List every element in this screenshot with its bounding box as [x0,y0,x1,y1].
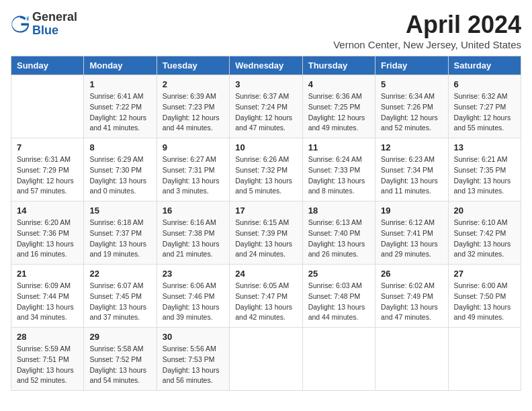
day-info: Sunrise: 6:24 AM Sunset: 7:33 PM Dayligh… [308,154,369,197]
day-number: 26 [381,269,442,279]
day-number: 20 [454,205,515,216]
location-title: Vernon Center, New Jersey, United States [333,39,521,50]
column-header-monday: Monday [84,56,157,75]
logo-text: General Blue [32,11,77,38]
week-row-5: 28Sunrise: 5:59 AM Sunset: 7:51 PM Dayli… [11,328,521,391]
day-info: Sunrise: 5:58 AM Sunset: 7:52 PM Dayligh… [89,344,150,386]
day-info: Sunrise: 6:05 AM Sunset: 7:47 PM Dayligh… [235,281,296,323]
day-info: Sunrise: 5:56 AM Sunset: 7:53 PM Dayligh… [163,344,224,386]
title-block: April 2024 Vernon Center, New Jersey, Un… [333,11,521,50]
day-number: 27 [454,269,515,279]
day-info: Sunrise: 6:12 AM Sunset: 7:41 PM Dayligh… [381,218,442,260]
day-cell: 8Sunrise: 6:29 AM Sunset: 7:30 PM Daylig… [84,138,157,201]
day-info: Sunrise: 6:09 AM Sunset: 7:44 PM Dayligh… [17,281,78,323]
day-cell: 18Sunrise: 6:13 AM Sunset: 7:40 PM Dayli… [302,201,375,265]
week-row-2: 7Sunrise: 6:31 AM Sunset: 7:29 PM Daylig… [11,138,521,201]
day-number: 18 [308,205,369,216]
logo-icon [11,15,30,34]
day-cell: 14Sunrise: 6:20 AM Sunset: 7:36 PM Dayli… [11,201,84,265]
day-info: Sunrise: 6:32 AM Sunset: 7:27 PM Dayligh… [454,91,515,134]
day-number: 25 [308,269,369,279]
day-number: 16 [163,205,224,216]
day-number: 9 [163,142,224,152]
day-cell: 24Sunrise: 6:05 AM Sunset: 7:47 PM Dayli… [230,265,302,328]
column-header-friday: Friday [375,56,448,75]
day-cell: 4Sunrise: 6:36 AM Sunset: 7:25 PM Daylig… [302,75,375,138]
day-info: Sunrise: 6:31 AM Sunset: 7:29 PM Dayligh… [17,154,78,197]
day-cell: 22Sunrise: 6:07 AM Sunset: 7:45 PM Dayli… [84,265,157,328]
column-header-thursday: Thursday [302,56,375,75]
day-cell: 19Sunrise: 6:12 AM Sunset: 7:41 PM Dayli… [375,201,448,265]
day-info: Sunrise: 6:13 AM Sunset: 7:40 PM Dayligh… [308,218,369,260]
day-info: Sunrise: 6:02 AM Sunset: 7:49 PM Dayligh… [381,281,442,323]
day-number: 3 [235,79,296,89]
day-cell [11,75,84,138]
day-number: 10 [235,142,296,152]
day-number: 5 [381,79,442,89]
day-info: Sunrise: 6:15 AM Sunset: 7:39 PM Dayligh… [235,218,296,260]
day-cell: 25Sunrise: 6:03 AM Sunset: 7:48 PM Dayli… [302,265,375,328]
day-info: Sunrise: 6:00 AM Sunset: 7:50 PM Dayligh… [454,281,515,323]
day-number: 30 [163,332,224,342]
day-cell: 3Sunrise: 6:37 AM Sunset: 7:24 PM Daylig… [230,75,302,138]
day-number: 7 [17,142,78,152]
day-number: 4 [308,79,369,89]
page-header: General Blue April 2024 Vernon Center, N… [11,11,521,50]
logo: General Blue [11,11,77,38]
day-info: Sunrise: 6:06 AM Sunset: 7:46 PM Dayligh… [163,281,224,323]
logo-general-text: General [32,11,77,24]
day-number: 24 [235,269,296,279]
column-header-wednesday: Wednesday [230,56,302,75]
calendar-table: SundayMondayTuesdayWednesdayThursdayFrid… [11,56,521,391]
column-header-tuesday: Tuesday [157,56,229,75]
day-info: Sunrise: 5:59 AM Sunset: 7:51 PM Dayligh… [17,344,78,386]
day-number: 6 [454,79,515,89]
day-info: Sunrise: 6:07 AM Sunset: 7:45 PM Dayligh… [89,281,150,323]
day-info: Sunrise: 6:21 AM Sunset: 7:35 PM Dayligh… [454,154,515,197]
day-cell [230,328,302,391]
day-cell [448,328,521,391]
day-cell [302,328,375,391]
day-cell: 20Sunrise: 6:10 AM Sunset: 7:42 PM Dayli… [448,201,521,265]
day-info: Sunrise: 6:16 AM Sunset: 7:38 PM Dayligh… [163,218,224,260]
day-info: Sunrise: 6:23 AM Sunset: 7:34 PM Dayligh… [381,154,442,197]
day-cell: 26Sunrise: 6:02 AM Sunset: 7:49 PM Dayli… [375,265,448,328]
day-number: 23 [163,269,224,279]
day-info: Sunrise: 6:37 AM Sunset: 7:24 PM Dayligh… [235,91,296,134]
day-cell: 13Sunrise: 6:21 AM Sunset: 7:35 PM Dayli… [448,138,521,201]
day-cell [375,328,448,391]
day-cell: 29Sunrise: 5:58 AM Sunset: 7:52 PM Dayli… [84,328,157,391]
header-row: SundayMondayTuesdayWednesdayThursdayFrid… [11,56,521,75]
day-info: Sunrise: 6:29 AM Sunset: 7:30 PM Dayligh… [89,154,150,197]
month-title: April 2024 [333,11,521,39]
column-header-sunday: Sunday [11,56,84,75]
day-number: 19 [381,205,442,216]
day-cell: 6Sunrise: 6:32 AM Sunset: 7:27 PM Daylig… [448,75,521,138]
day-info: Sunrise: 6:03 AM Sunset: 7:48 PM Dayligh… [308,281,369,323]
day-cell: 23Sunrise: 6:06 AM Sunset: 7:46 PM Dayli… [157,265,229,328]
day-cell: 10Sunrise: 6:26 AM Sunset: 7:32 PM Dayli… [230,138,302,201]
day-info: Sunrise: 6:20 AM Sunset: 7:36 PM Dayligh… [17,218,78,260]
day-info: Sunrise: 6:27 AM Sunset: 7:31 PM Dayligh… [163,154,224,197]
day-cell: 1Sunrise: 6:41 AM Sunset: 7:22 PM Daylig… [84,75,157,138]
day-info: Sunrise: 6:10 AM Sunset: 7:42 PM Dayligh… [454,218,515,260]
day-number: 12 [381,142,442,152]
day-number: 22 [89,269,150,279]
day-info: Sunrise: 6:18 AM Sunset: 7:37 PM Dayligh… [89,218,150,260]
day-cell: 27Sunrise: 6:00 AM Sunset: 7:50 PM Dayli… [448,265,521,328]
day-cell: 2Sunrise: 6:39 AM Sunset: 7:23 PM Daylig… [157,75,229,138]
day-cell: 11Sunrise: 6:24 AM Sunset: 7:33 PM Dayli… [302,138,375,201]
day-number: 14 [17,205,78,216]
day-number: 15 [89,205,150,216]
day-number: 17 [235,205,296,216]
day-cell: 28Sunrise: 5:59 AM Sunset: 7:51 PM Dayli… [11,328,84,391]
logo-blue-text: Blue [32,24,77,38]
day-number: 8 [89,142,150,152]
day-info: Sunrise: 6:39 AM Sunset: 7:23 PM Dayligh… [163,91,224,134]
day-cell: 7Sunrise: 6:31 AM Sunset: 7:29 PM Daylig… [11,138,84,201]
day-number: 1 [89,79,150,89]
day-cell: 5Sunrise: 6:34 AM Sunset: 7:26 PM Daylig… [375,75,448,138]
week-row-3: 14Sunrise: 6:20 AM Sunset: 7:36 PM Dayli… [11,201,521,265]
day-number: 21 [17,269,78,279]
day-cell: 15Sunrise: 6:18 AM Sunset: 7:37 PM Dayli… [84,201,157,265]
